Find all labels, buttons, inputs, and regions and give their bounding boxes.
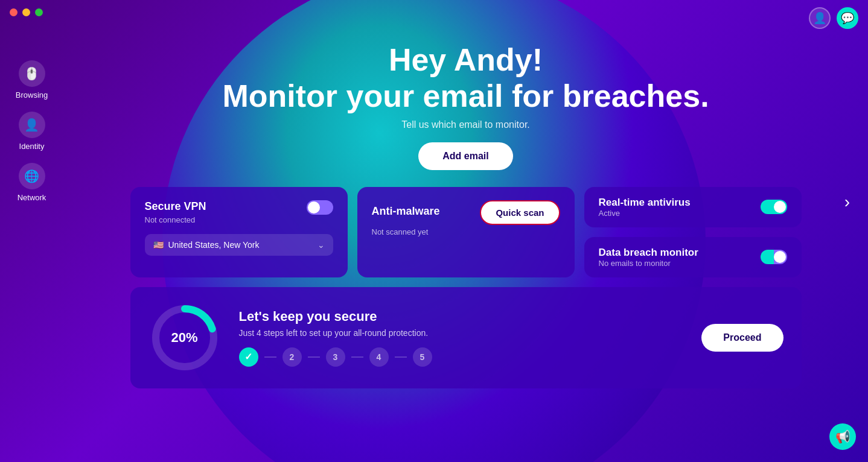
close-button[interactable] xyxy=(10,8,18,16)
step-2: 2 xyxy=(282,347,302,367)
realtime-toggle[interactable] xyxy=(761,200,787,214)
identity-label: Identity xyxy=(19,142,45,151)
realtime-title: Real-time antivirus xyxy=(599,197,691,209)
chevron-right-icon[interactable]: › xyxy=(844,192,850,212)
vpn-location-name: United States, New York xyxy=(168,240,260,250)
vpn-status: Not connected xyxy=(145,215,333,224)
progress-subtitle: Just 4 steps left to set up your all-rou… xyxy=(239,328,684,338)
sidebar-item-network[interactable]: 🌐 Network xyxy=(18,163,46,202)
add-email-button[interactable]: Add email xyxy=(418,142,512,170)
step-connector-4 xyxy=(395,356,407,358)
chat-icon[interactable]: 💬 xyxy=(837,7,858,29)
step-4: 4 xyxy=(369,347,389,367)
step-3: 3 xyxy=(326,347,345,367)
step-1: ✓ xyxy=(239,347,258,367)
titlebar xyxy=(0,0,868,24)
main-content: Hey Andy! Monitor your email for breache… xyxy=(63,24,868,462)
step-connector-1 xyxy=(264,356,276,358)
network-icon: 🌐 xyxy=(19,163,45,189)
breach-toggle[interactable] xyxy=(761,250,787,264)
browsing-label: Browsing xyxy=(16,90,48,100)
step-connector-3 xyxy=(351,356,363,358)
antimalware-card: Anti-malware Quick scan Not scanned yet xyxy=(357,187,575,277)
progress-info: Let's keep you secure Just 4 steps left … xyxy=(239,309,684,367)
sidebar-item-browsing[interactable]: 🖱️ Browsing xyxy=(16,60,48,100)
sidebar: 🖱️ Browsing 👤 Identity 🌐 Network xyxy=(0,24,63,462)
vpn-header: Secure VPN xyxy=(145,200,333,215)
vpn-card: Secure VPN Not connected 🇺🇸 United State… xyxy=(130,187,348,277)
identity-icon: 👤 xyxy=(19,112,45,138)
hero-greeting: Hey Andy! xyxy=(222,42,709,78)
maximize-button[interactable] xyxy=(35,8,43,16)
progress-card: 20% Let's keep you secure Just 4 steps l… xyxy=(130,287,802,388)
minimize-button[interactable] xyxy=(22,8,30,16)
breach-toggle-knob xyxy=(774,251,786,263)
realtime-toggle-knob xyxy=(774,201,786,213)
cards-grid: Secure VPN Not connected 🇺🇸 United State… xyxy=(130,187,802,277)
network-label: Network xyxy=(18,193,46,202)
browsing-icon: 🖱️ xyxy=(19,60,45,87)
step-5: 5 xyxy=(413,347,432,367)
breach-title: Data breach monitor xyxy=(599,247,698,259)
vpn-toggle[interactable] xyxy=(307,200,333,215)
steps-indicators: ✓ 2 3 4 5 xyxy=(239,347,684,367)
breach-status: No emails to monitor xyxy=(599,259,698,268)
vpn-toggle-knob xyxy=(308,201,320,214)
progress-title: Let's keep you secure xyxy=(239,309,684,324)
proceed-button[interactable]: Proceed xyxy=(701,324,783,352)
quick-scan-button[interactable]: Quick scan xyxy=(480,200,560,225)
user-profile-icon[interactable]: 👤 xyxy=(809,7,831,29)
realtime-antivirus-card: Real-time antivirus Active xyxy=(584,187,802,227)
realtime-info: Real-time antivirus Active xyxy=(599,197,691,218)
hero-subtitle: Tell us which email to monitor. xyxy=(222,119,709,130)
antimalware-title: Anti-malware xyxy=(372,205,440,218)
megaphone-button[interactable]: 📢 xyxy=(829,423,856,450)
realtime-status: Active xyxy=(599,209,691,218)
antimalware-header: Anti-malware Quick scan xyxy=(372,200,560,225)
vpn-title: Secure VPN xyxy=(145,200,206,213)
vpn-dropdown-chevron-icon: ⌄ xyxy=(318,240,325,250)
hero-title: Monitor your email for breaches. xyxy=(222,78,709,115)
right-column-cards: Real-time antivirus Active Data breach m… xyxy=(584,187,802,277)
breach-info: Data breach monitor No emails to monitor xyxy=(599,247,698,268)
vpn-location-selector[interactable]: 🇺🇸 United States, New York ⌄ xyxy=(145,234,333,256)
breach-monitor-card: Data breach monitor No emails to monitor xyxy=(584,237,802,277)
traffic-lights xyxy=(10,8,43,16)
megaphone-icon: 📢 xyxy=(835,429,850,444)
progress-percentage: 20% xyxy=(171,330,197,346)
hero-section: Hey Andy! Monitor your email for breache… xyxy=(222,42,709,130)
vpn-flag: 🇺🇸 xyxy=(153,240,164,250)
top-right-icons: 👤 💬 xyxy=(809,7,858,29)
sidebar-item-identity[interactable]: 👤 Identity xyxy=(19,112,45,151)
progress-donut: 20% xyxy=(148,302,221,374)
antimalware-status: Not scanned yet xyxy=(372,227,429,236)
step-connector-2 xyxy=(308,356,320,358)
